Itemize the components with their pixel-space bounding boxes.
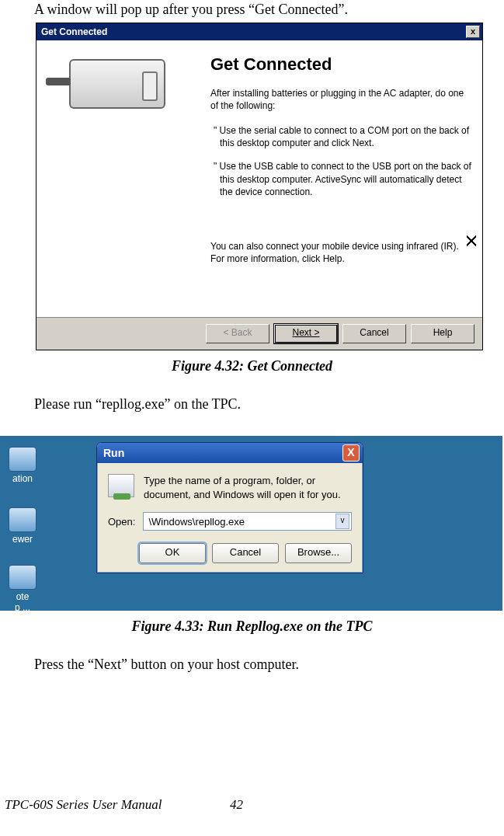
wizard-bullet-usb: " Use the USB cable to connect to the US… bbox=[210, 160, 471, 198]
desktop-icon: ation bbox=[5, 447, 40, 484]
titlebar: Get Connected x bbox=[36, 23, 482, 40]
wizard-help-line: For more information, click Help. bbox=[210, 253, 471, 265]
browse-button[interactable]: Browse... bbox=[285, 543, 352, 563]
wizard-intro: After installing batteries or plugging i… bbox=[210, 87, 471, 112]
app-icon bbox=[9, 507, 36, 532]
desktop-icon: ewer bbox=[5, 507, 40, 545]
titlebar-text: Get Connected bbox=[41, 26, 107, 37]
run-dialog: Run X Type the name of a program, folder… bbox=[96, 442, 363, 573]
get-connected-window: Get Connected x Get Connected After inst… bbox=[36, 23, 483, 350]
app-icon bbox=[9, 565, 36, 590]
wizard-button-bar: < Back Next > Cancel Help bbox=[36, 317, 482, 350]
wizard-heading: Get Connected bbox=[210, 53, 471, 76]
mid-text: Please run “repllog.exe” on the TPC. bbox=[34, 396, 470, 413]
open-label: Open: bbox=[108, 516, 135, 528]
plug-icon bbox=[69, 59, 165, 109]
open-input[interactable]: \Windows\repllog.exe v bbox=[143, 512, 352, 531]
run-icon bbox=[108, 474, 134, 497]
close-icon[interactable]: x bbox=[466, 26, 480, 38]
back-button: < Back bbox=[206, 324, 269, 343]
after-text: Press the “Next” button on your host com… bbox=[34, 657, 470, 673]
chevron-down-icon[interactable]: v bbox=[335, 514, 349, 529]
desktop-icon: ote p ... bbox=[5, 565, 40, 611]
run-titlebar: Run X bbox=[97, 443, 363, 463]
wizard-image bbox=[47, 53, 210, 309]
run-description: Type the name of a program, folder, or d… bbox=[144, 474, 352, 501]
wizard-bullet-serial: " Use the serial cable to connect to a C… bbox=[210, 124, 471, 149]
footer-manual-title: TPC-60S Series User Manual bbox=[5, 797, 230, 813]
intro-text: A window will pop up after you press “Ge… bbox=[34, 2, 470, 18]
cancel-button[interactable]: Cancel bbox=[342, 324, 406, 343]
run-screenshot: ation ewer ote p ... Run X Type the name… bbox=[0, 436, 502, 611]
ok-button[interactable]: OK bbox=[139, 543, 206, 563]
wizard-infrared-line: You can also connect your mobile device … bbox=[210, 240, 471, 253]
next-button[interactable]: Next > bbox=[274, 324, 338, 343]
footer-page-number: 42 bbox=[230, 797, 243, 813]
app-icon bbox=[9, 447, 36, 472]
open-input-value: \Windows\repllog.exe bbox=[148, 516, 245, 528]
close-icon[interactable]: X bbox=[342, 444, 360, 462]
figure-caption-432: Figure 4.32: Get Connected bbox=[34, 358, 470, 374]
help-button[interactable]: Help bbox=[411, 324, 474, 343]
run-title-text: Run bbox=[103, 447, 124, 459]
figure-caption-433: Figure 4.33: Run Repllog.exe on the TPC bbox=[34, 618, 470, 635]
cancel-button[interactable]: Cancel bbox=[212, 543, 279, 563]
page-footer: TPC-60S Series User Manual 42 bbox=[0, 797, 504, 813]
